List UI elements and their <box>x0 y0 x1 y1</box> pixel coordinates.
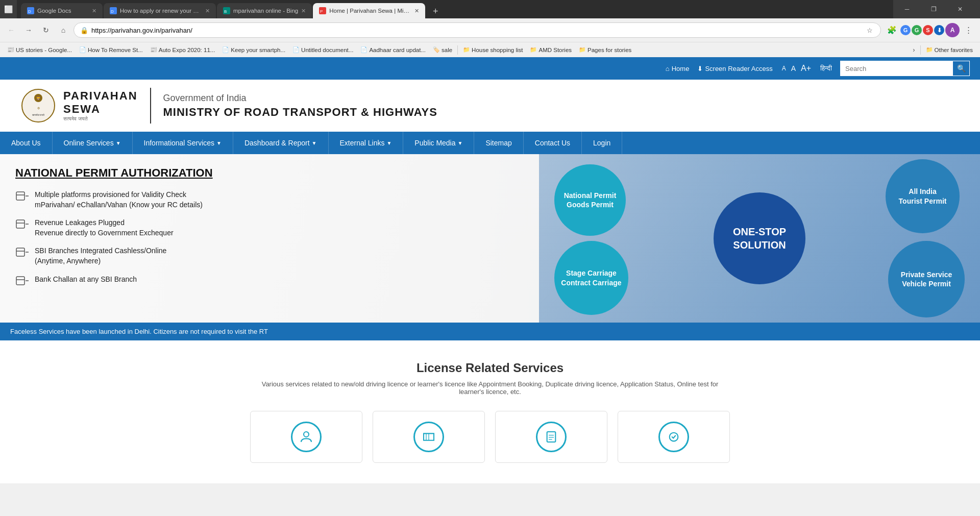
bookmarks-bar: 📰 US stories - Google... 📄 How To Remove… <box>0 42 980 57</box>
nav-about[interactable]: About Us <box>0 132 53 154</box>
tab-bing[interactable]: B mparivahan online - Bing ✕ <box>217 3 312 18</box>
nav-media-arrow: ▼ <box>458 140 463 146</box>
tab-close-2[interactable]: ✕ <box>205 8 210 14</box>
hero-bubbles-area: National PermitGoods Permit All IndiaTou… <box>539 154 980 323</box>
screen-reader-icon: ⬇ <box>697 65 703 72</box>
bookmark-icon-3: 📰 <box>150 46 157 53</box>
svg-rect-17 <box>16 248 24 256</box>
marquee-bar: Faceless Services have been launched in … <box>0 323 980 340</box>
nav-contact[interactable]: Contact Us <box>524 132 582 154</box>
card-icon-3 <box>536 422 567 452</box>
home-link[interactable]: ⌂ Home <box>666 65 690 72</box>
bubble-private-service[interactable]: Private ServiceVehicle Permit <box>888 241 965 317</box>
bubble-one-stop[interactable]: ONE-STOPSOLUTION <box>714 192 805 284</box>
star-icon[interactable]: ☆ <box>865 26 874 35</box>
nav-dashboard[interactable]: Dashboard & Report ▼ <box>233 132 329 154</box>
bookmark-other-favorites[interactable]: 📁 Other favorites <box>923 44 976 56</box>
nav-external[interactable]: External Links ▼ <box>329 132 404 154</box>
lock-icon: 🔒 <box>80 27 88 34</box>
address-bar[interactable]: 🔒 https://parivahan.gov.in/parivahan/ ☆ <box>74 22 881 38</box>
bubble-national-permit[interactable]: National PermitGoods Permit <box>554 164 626 236</box>
tab-parivahan[interactable]: P Home | Parivahan Sewa | Ministr... ✕ <box>313 3 425 18</box>
bookmark-label-8: House shopping list <box>472 47 523 53</box>
nav-media[interactable]: Public Media ▼ <box>403 132 474 154</box>
hero-item-icon-4 <box>15 276 30 286</box>
bookmark-label-5: Untitled document... <box>301 47 353 53</box>
svg-text:D: D <box>111 9 114 14</box>
hero-item-text-2: Revenue Leakages Plugged Revenue directl… <box>35 218 174 238</box>
hero-item-2: Revenue Leakages Plugged Revenue directl… <box>15 218 524 238</box>
service-card-4[interactable] <box>618 411 730 463</box>
close-button[interactable]: ✕ <box>948 2 972 17</box>
font-small-button[interactable]: A <box>781 65 787 72</box>
card-icon-1 <box>291 422 322 452</box>
svg-rect-15 <box>16 220 24 228</box>
tab-google-docs[interactable]: D Google Docs ✕ <box>21 3 103 18</box>
bookmark-smartphone[interactable]: 📄 Keep your smartph... <box>219 44 288 56</box>
bookmark-icon-8: 📁 <box>463 46 470 53</box>
minimize-button[interactable]: ─ <box>895 2 919 17</box>
hero-item-text-3: SBI Branches Integrated Cashless/Online … <box>35 246 166 266</box>
bookmark-pages[interactable]: 📁 Pages for stories <box>576 44 634 56</box>
bookmarks-more-button[interactable]: › <box>910 45 918 55</box>
logo-tagline: सत्यमेव जयते <box>63 116 138 122</box>
bookmark-untitled[interactable]: 📄 Untitled document... <box>289 44 356 56</box>
bookmark-icon-10: 📁 <box>579 46 586 53</box>
bookmark-amd[interactable]: 📁 AMD Stories <box>527 44 575 56</box>
service-card-3[interactable] <box>495 411 607 463</box>
ext-icon-3[interactable]: S <box>923 25 933 35</box>
font-large-button[interactable]: A+ <box>800 64 812 73</box>
bookmark-auto-expo[interactable]: 📰 Auto Expo 2020: 11... <box>147 44 218 56</box>
tab-driving[interactable]: D How to apply or renew your driv... ✕ <box>104 3 216 18</box>
settings-button[interactable]: ⋮ <box>961 22 976 38</box>
bookmark-house[interactable]: 📁 House shopping list <box>460 44 526 56</box>
nav-sitemap[interactable]: Sitemap <box>474 132 523 154</box>
google-ext-icon[interactable]: G <box>900 25 911 35</box>
grammarly-icon[interactable]: G <box>912 25 922 35</box>
forward-button[interactable]: → <box>21 23 36 37</box>
bookmark-aadhaar[interactable]: 📄 Aadhaar card updat... <box>357 44 429 56</box>
svg-point-21 <box>304 432 309 437</box>
screen-reader-link[interactable]: ⬇ Screen Reader Access <box>697 65 772 72</box>
service-card-2[interactable] <box>373 411 485 463</box>
bubble-stage-carriage[interactable]: Stage CarriageContract Carriage <box>554 241 628 315</box>
bookmark-icon-4: 📄 <box>222 46 229 53</box>
svg-rect-24 <box>547 432 556 442</box>
search-input[interactable] <box>840 61 952 76</box>
bookmark-icon-1: 📰 <box>7 46 14 53</box>
back-button[interactable]: ← <box>4 23 18 37</box>
bubble-tourist-permit[interactable]: All IndiaTourist Permit <box>886 159 960 233</box>
tab-close-1[interactable]: ✕ <box>92 8 96 14</box>
address-icons: ☆ <box>865 26 874 35</box>
bookmark-how-to-remove[interactable]: 📄 How To Remove St... <box>76 44 146 56</box>
window-controls: ─ ❐ ✕ <box>895 2 972 17</box>
nav-info-label: Informational Services <box>144 139 215 147</box>
nav-login[interactable]: Login <box>582 132 622 154</box>
tab-close-4[interactable]: ✕ <box>414 8 419 14</box>
nav-about-label: About Us <box>11 139 41 147</box>
tab-close-3[interactable]: ✕ <box>301 8 306 14</box>
tabs-container: D Google Docs ✕ D How to apply or renew … <box>17 0 893 18</box>
refresh-button[interactable]: ↻ <box>39 23 53 37</box>
service-card-1[interactable] <box>250 411 362 463</box>
profile-icon[interactable]: A <box>945 23 960 37</box>
ext-icon-4[interactable]: ⬇ <box>934 25 944 35</box>
nav-info[interactable]: Informational Services ▼ <box>133 132 233 154</box>
address-bar-row: ← → ↻ ⌂ 🔒 https://parivahan.gov.in/pariv… <box>0 18 980 42</box>
maximize-button[interactable]: ❐ <box>922 2 945 17</box>
svg-rect-19 <box>16 277 24 285</box>
nav-media-label: Public Media <box>414 139 455 147</box>
nav-online[interactable]: Online Services ▼ <box>53 132 133 154</box>
bookmark-icon-5: 📄 <box>292 46 300 53</box>
search-button[interactable]: 🔍 <box>952 61 970 76</box>
hindi-link[interactable]: हिन्दी <box>820 64 832 72</box>
extensions-button[interactable]: 🧩 <box>884 22 899 38</box>
home-label: Home <box>672 65 690 72</box>
new-tab-button[interactable]: + <box>428 4 443 18</box>
bookmark-us-stories[interactable]: 📰 US stories - Google... <box>4 44 75 56</box>
hero-title: NATIONAL PERMIT AUTHORIZATION <box>15 166 524 180</box>
svg-text:D: D <box>28 9 31 14</box>
bookmark-sale[interactable]: 🏷️ sale <box>430 44 455 56</box>
font-medium-button[interactable]: A <box>790 64 797 72</box>
home-button[interactable]: ⌂ <box>56 23 70 37</box>
